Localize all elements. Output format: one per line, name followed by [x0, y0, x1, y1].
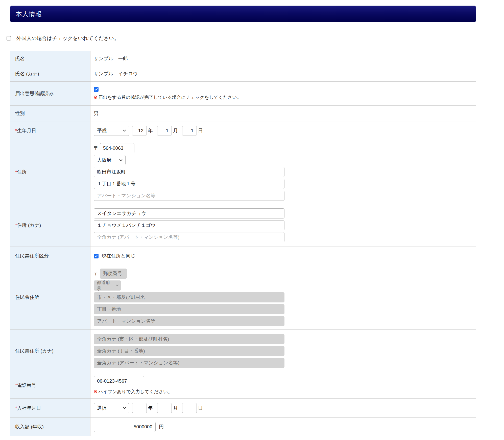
resident-kana-street-input [94, 346, 284, 356]
table-row: 性別 男 [10, 106, 476, 121]
chevron-down-icon [116, 284, 119, 287]
foreign-checkbox[interactable] [7, 36, 11, 40]
gender-value: 男 [94, 111, 99, 116]
income-label: 収入額 (年収) [10, 418, 90, 436]
page-title: 本人情報 [16, 10, 42, 18]
foreign-check-row: 外国人の場合はチェックをいれてください。 [7, 35, 119, 42]
address-kana-city-input[interactable] [94, 208, 284, 218]
table-row: 収入額 (年収) 円 [10, 418, 476, 436]
note-mark: ※ [94, 389, 98, 394]
income-unit: 円 [159, 424, 164, 430]
hire-month-input[interactable] [157, 403, 172, 413]
table-row: 氏名 (カナ) サンプル イチロウ [10, 66, 476, 82]
name-label: 氏名 [10, 51, 90, 66]
table-row: 住民票住所 〒 都道府県 [10, 265, 476, 330]
birth-day-input[interactable] [182, 126, 197, 136]
section-header: 本人情報 [10, 6, 476, 22]
address-street-input[interactable] [94, 179, 284, 189]
name-kana-label: 氏名 (カナ) [10, 66, 90, 82]
note-mark: ※ [94, 95, 98, 100]
resident-street-input [94, 304, 284, 314]
postal-mark: 〒 [94, 145, 99, 152]
hire-era-select[interactable]: 選択 [94, 403, 129, 413]
address-prefecture-select[interactable]: 大阪府 [94, 155, 126, 165]
name-kana-value: サンプル イチロウ [94, 71, 138, 76]
chevron-down-icon [123, 129, 126, 132]
year-unit: 年 [148, 127, 153, 134]
resident-same-address-label: 現在住所と同じ [102, 253, 135, 259]
hire-date-label: *入社年月日 [10, 399, 90, 418]
day-unit: 日 [198, 405, 203, 411]
check-icon [94, 88, 98, 91]
resident-card-address-label: 住民票住所 [10, 265, 90, 330]
resident-kana-city-input [94, 334, 284, 344]
birth-era-select[interactable]: 平成 [94, 126, 129, 136]
resident-card-type-label: 住民票住所区分 [10, 247, 90, 265]
phone-input[interactable] [94, 376, 144, 386]
check-icon [94, 255, 98, 257]
address-building-input[interactable] [94, 191, 284, 201]
day-unit: 日 [198, 127, 203, 134]
chevron-down-icon [119, 159, 123, 161]
foreign-check-label: 外国人の場合はチェックをいれてください。 [16, 35, 119, 42]
hire-year-input[interactable] [132, 403, 147, 413]
postal-mark: 〒 [94, 270, 99, 277]
table-row: *生年月日 平成 年 月 日 [10, 121, 476, 140]
table-row: 届出意思確認済み ※ 届出をする旨の確認が完了している場合にチェックをしてくださ… [10, 82, 476, 106]
address-label: *住所 [10, 140, 90, 204]
table-row: *電話番号 ※ ハイフンありで入力してください。 [10, 372, 476, 399]
resident-same-address-checkbox[interactable] [94, 254, 99, 258]
resident-prefecture-select: 都道府県 [94, 280, 121, 291]
income-input[interactable] [94, 422, 156, 432]
resident-building-input [94, 316, 284, 326]
table-row: 住民票住所区分 現在住所と同じ [10, 247, 476, 265]
table-row: *入社年月日 選択 年 月 日 [10, 399, 476, 418]
table-row: 氏名 サンプル 一郎 [10, 51, 476, 66]
resident-city-input [94, 292, 284, 302]
notification-intent-checkbox[interactable] [94, 87, 99, 92]
chevron-down-icon [123, 407, 126, 409]
personal-info-table: 氏名 サンプル 一郎 氏名 (カナ) サンプル イチロウ 届出意思確認済み ※ … [10, 51, 476, 436]
phone-label: *電話番号 [10, 372, 90, 399]
notification-intent-label: 届出意思確認済み [10, 82, 90, 106]
address-kana-street-input[interactable] [94, 220, 284, 230]
address-kana-label: *住所 (カナ) [10, 204, 90, 247]
year-unit: 年 [148, 405, 153, 411]
resident-postal-input [100, 269, 127, 279]
month-unit: 月 [173, 127, 178, 134]
birth-month-input[interactable] [157, 126, 172, 136]
birth-date-label: *生年月日 [10, 121, 90, 140]
resident-kana-building-input [94, 358, 284, 368]
birth-year-input[interactable] [132, 126, 147, 136]
month-unit: 月 [173, 405, 178, 411]
gender-label: 性別 [10, 106, 90, 121]
table-row: *住所 〒 大阪府 [10, 140, 476, 204]
notification-intent-note: ※ 届出をする旨の確認が完了している場合にチェックをしてください。 [94, 94, 472, 100]
table-row: *住所 (カナ) [10, 204, 476, 247]
address-kana-building-input[interactable] [94, 232, 284, 242]
hire-day-input[interactable] [182, 403, 197, 413]
name-value: サンプル 一郎 [94, 56, 128, 61]
phone-note: ※ ハイフンありで入力してください。 [94, 389, 472, 395]
address-city-input[interactable] [94, 167, 284, 177]
table-row: 住民票住所 (カナ) [10, 330, 476, 372]
address-postal-input[interactable] [100, 143, 134, 153]
resident-card-address-kana-label: 住民票住所 (カナ) [10, 330, 90, 372]
